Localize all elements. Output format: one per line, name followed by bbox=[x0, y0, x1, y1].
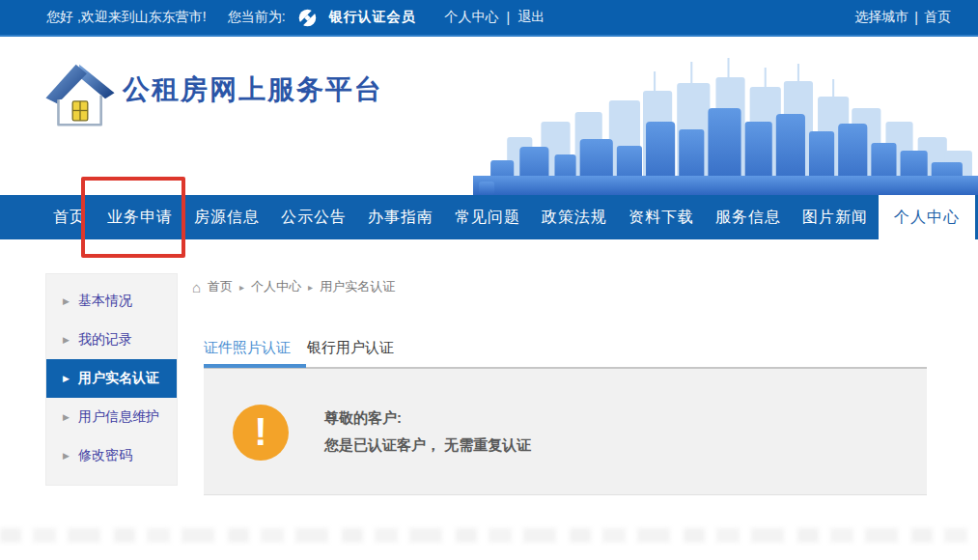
logout-link[interactable]: 退出 bbox=[517, 9, 545, 26]
topbar-divider: | bbox=[507, 10, 511, 25]
sidebar-item-label: 修改密码 bbox=[78, 447, 132, 464]
topbar-links: 个人中心 | 退出 bbox=[445, 9, 545, 26]
chevron-right-icon: ▸ bbox=[239, 282, 244, 293]
tab-bank-user-auth[interactable]: 银行用户认证 bbox=[307, 339, 394, 369]
current-role-label: 您当前为: bbox=[228, 9, 286, 26]
bank-logo-icon bbox=[297, 8, 318, 28]
nav-item-public-notice[interactable]: 公示公告 bbox=[270, 195, 357, 239]
personal-center-link[interactable]: 个人中心 bbox=[445, 9, 499, 26]
breadcrumb-personal-center[interactable]: 个人中心 bbox=[251, 278, 301, 295]
nav-item-downloads[interactable]: 资料下载 bbox=[618, 195, 705, 239]
triangle-right-icon: ▶ bbox=[63, 451, 70, 461]
nav-item-home[interactable]: 首页 bbox=[42, 195, 97, 239]
notice-inner: ! 尊敬的客户: 您是已认证客户， 无需重复认证 bbox=[204, 369, 927, 461]
main-nav: 首页 业务申请 房源信息 公示公告 办事指南 常见问题 政策法规 资料下载 服务… bbox=[0, 195, 978, 239]
nav-item-personal-center[interactable]: 个人中心 bbox=[879, 195, 975, 239]
sidebar-item-basic-info[interactable]: ▶ 基本情况 bbox=[46, 282, 177, 321]
breadcrumb-home[interactable]: 首页 bbox=[208, 278, 233, 295]
nav-item-business-apply[interactable]: 业务申请 bbox=[97, 195, 183, 239]
home-icon: ⌂ bbox=[192, 281, 201, 294]
triangle-right-icon: ▶ bbox=[63, 296, 70, 306]
sidebar-item-change-password[interactable]: ▶ 修改密码 bbox=[46, 436, 177, 475]
nav-item-faq[interactable]: 常见问题 bbox=[444, 195, 531, 239]
breadcrumb: ⌂ 首页 ▸ 个人中心 ▸ 用户实名认证 bbox=[192, 278, 395, 295]
city-skyline-graphic bbox=[473, 52, 978, 195]
notice-text: 尊敬的客户: 您是已认证客户， 无需重复认证 bbox=[324, 405, 531, 455]
sidebar-item-my-records[interactable]: ▶ 我的记录 bbox=[46, 321, 177, 359]
nav-item-photo-news[interactable]: 图片新闻 bbox=[792, 195, 879, 239]
topbar-home-link[interactable]: 首页 bbox=[924, 9, 951, 26]
nav-item-service-info[interactable]: 服务信息 bbox=[705, 195, 792, 239]
sidebar-item-label: 用户实名认证 bbox=[78, 370, 159, 387]
sidebar-item-label: 我的记录 bbox=[78, 331, 132, 349]
page: 您好 ,欢迎来到山东东营市! 您当前为: 银行认证会员 个人中心 | 退出 选择… bbox=[0, 0, 978, 560]
triangle-right-icon: ▶ bbox=[63, 412, 70, 422]
triangle-right-icon: ▶ bbox=[63, 335, 70, 345]
site-header: 公租房网上服务平台 bbox=[0, 39, 978, 195]
breadcrumb-realname-auth: 用户实名认证 bbox=[320, 278, 395, 295]
topbar: 您好 ,欢迎来到山东东营市! 您当前为: 银行认证会员 个人中心 | 退出 选择… bbox=[0, 0, 978, 37]
nav-item-policy[interactable]: 政策法规 bbox=[531, 195, 618, 239]
active-tab-underline bbox=[204, 364, 306, 368]
sidebar-item-label: 用户信息维护 bbox=[78, 408, 159, 426]
sidebar-item-label: 基本情况 bbox=[78, 293, 132, 310]
sidebar-item-user-info[interactable]: ▶ 用户信息维护 bbox=[46, 398, 177, 436]
exclamation-icon: ! bbox=[233, 405, 289, 461]
bottom-artifact-strip bbox=[0, 528, 978, 543]
city-select-link[interactable]: 选择城市 bbox=[854, 9, 908, 26]
notice-salutation: 尊敬的客户: bbox=[324, 409, 531, 428]
house-logo-icon bbox=[42, 56, 118, 133]
topbar-left: 您好 ,欢迎来到山东东营市! 您当前为: 银行认证会员 个人中心 | 退出 bbox=[46, 8, 545, 28]
sidebar-item-realname-auth[interactable]: ▶ 用户实名认证 bbox=[46, 359, 177, 398]
notice-panel: ! 尊敬的客户: 您是已认证客户， 无需重复认证 bbox=[204, 367, 927, 495]
triangle-right-icon: ▶ bbox=[63, 374, 70, 383]
topbar-right-divider: | bbox=[914, 10, 918, 25]
chevron-right-icon: ▸ bbox=[308, 282, 313, 293]
notice-message: 您是已认证客户， 无需重复认证 bbox=[324, 436, 531, 455]
nav-item-guide[interactable]: 办事指南 bbox=[357, 195, 444, 239]
nav-item-housing-info[interactable]: 房源信息 bbox=[183, 195, 270, 239]
member-type-badge: 银行认证会员 bbox=[329, 9, 416, 26]
topbar-right: 选择城市 | 首页 bbox=[854, 9, 951, 26]
site-title: 公租房网上服务平台 bbox=[123, 71, 383, 108]
welcome-text: 您好 ,欢迎来到山东东营市! bbox=[46, 9, 207, 26]
sidebar-menu: ▶ 基本情况 ▶ 我的记录 ▶ 用户实名认证 ▶ 用户信息维护 ▶ 修改密码 bbox=[45, 273, 178, 486]
